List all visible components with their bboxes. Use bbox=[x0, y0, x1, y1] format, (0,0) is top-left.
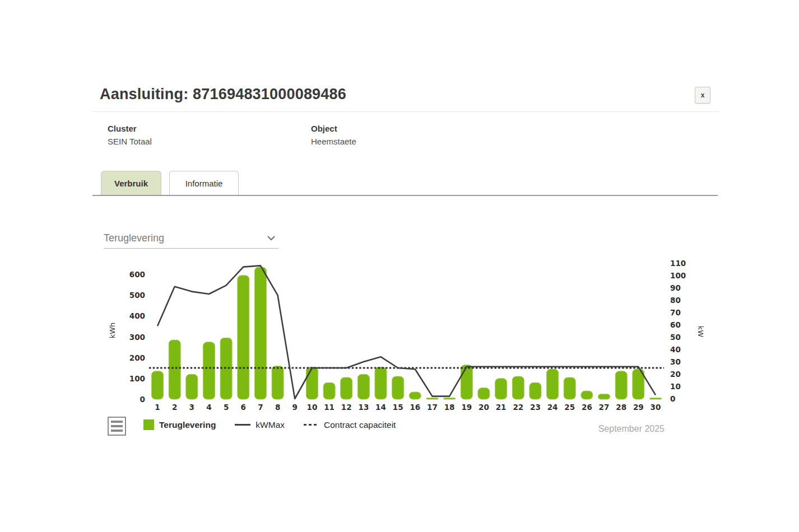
left-axis-tick: 300 bbox=[129, 333, 145, 342]
tab-verbruik[interactable]: Verbruik bbox=[101, 171, 161, 195]
bar-day-16[interactable] bbox=[409, 392, 421, 399]
bar-day-24[interactable] bbox=[547, 369, 559, 399]
x-axis-label: 26 bbox=[582, 403, 592, 412]
bar-day-14[interactable] bbox=[375, 367, 387, 399]
x-axis-label: 22 bbox=[513, 403, 523, 412]
right-axis-tick: 100 bbox=[670, 271, 686, 280]
x-axis-label: 23 bbox=[530, 403, 541, 412]
bar-day-2[interactable] bbox=[169, 340, 180, 399]
x-axis-label: 20 bbox=[479, 403, 489, 412]
left-axis-tick: 0 bbox=[140, 395, 145, 404]
bar-day-26[interactable] bbox=[581, 391, 593, 399]
measure-select[interactable]: Teruglevering bbox=[104, 228, 278, 249]
left-axis-tick: 100 bbox=[129, 374, 145, 383]
bar-day-23[interactable] bbox=[529, 382, 541, 399]
x-axis-label: 6 bbox=[241, 403, 246, 412]
title-divider bbox=[92, 111, 719, 112]
x-axis-label: 30 bbox=[651, 403, 661, 412]
x-axis-label: 17 bbox=[427, 403, 438, 412]
left-axis-tick: 500 bbox=[129, 291, 145, 300]
x-axis-label: 29 bbox=[633, 403, 644, 412]
right-axis-title: kW bbox=[696, 326, 705, 338]
x-axis-label: 11 bbox=[324, 403, 335, 412]
bar-day-12[interactable] bbox=[341, 377, 352, 399]
legend-item-teruglevering[interactable]: Teruglevering bbox=[143, 419, 216, 430]
bar-day-4[interactable] bbox=[203, 342, 215, 399]
tabs-divider bbox=[92, 195, 718, 196]
x-axis-label: 12 bbox=[341, 403, 352, 412]
bar-day-25[interactable] bbox=[564, 377, 575, 399]
right-axis-tick: 80 bbox=[670, 296, 681, 305]
bar-day-8[interactable] bbox=[272, 366, 284, 400]
aansluiting-dialog: Aansluiting: 871694831000089486 x Cluste… bbox=[0, 0, 799, 532]
bar-day-22[interactable] bbox=[512, 376, 524, 399]
bar-day-11[interactable] bbox=[323, 382, 335, 399]
verbruik-chart: 1234567891011121314151617181920212223242… bbox=[98, 255, 720, 440]
object-value: Heemstaete bbox=[311, 137, 356, 146]
right-axis-tick: 20 bbox=[670, 370, 681, 379]
bar-day-15[interactable] bbox=[392, 376, 404, 399]
right-axis-tick: 50 bbox=[670, 333, 681, 342]
bar-day-17[interactable] bbox=[426, 398, 438, 400]
cluster-value: SEIN Totaal bbox=[108, 137, 152, 146]
bar-day-19[interactable] bbox=[461, 365, 472, 399]
bar-day-13[interactable] bbox=[357, 374, 369, 399]
right-axis-tick: 10 bbox=[670, 382, 681, 391]
x-axis-label: 28 bbox=[616, 403, 626, 412]
bar-day-1[interactable] bbox=[152, 371, 164, 399]
chart-legend: Teruglevering kWMax Contract capaciteit bbox=[143, 419, 396, 430]
legend-label-kwmax: kWMax bbox=[256, 420, 285, 430]
bar-day-7[interactable] bbox=[254, 267, 266, 399]
x-axis-label: 7 bbox=[258, 403, 263, 412]
x-axis-label: 16 bbox=[410, 403, 420, 412]
measure-select-value: Teruglevering bbox=[104, 232, 164, 244]
x-axis-label: 3 bbox=[189, 403, 194, 412]
menu-line bbox=[111, 425, 123, 427]
x-axis-label: 9 bbox=[292, 403, 297, 412]
left-axis-title: kWh bbox=[108, 323, 117, 339]
bar-day-20[interactable] bbox=[478, 388, 490, 399]
x-axis-label: 18 bbox=[444, 403, 455, 412]
legend-item-contract[interactable]: Contract capaciteit bbox=[304, 420, 396, 430]
bar-day-30[interactable] bbox=[650, 398, 662, 400]
right-axis-tick: 70 bbox=[670, 308, 681, 317]
chart-menu-button[interactable] bbox=[108, 417, 126, 436]
left-axis-tick: 200 bbox=[129, 353, 145, 362]
bar-day-3[interactable] bbox=[186, 374, 198, 399]
x-axis-label: 27 bbox=[599, 403, 610, 412]
right-axis-tick: 60 bbox=[670, 320, 681, 329]
right-axis-tick: 30 bbox=[670, 357, 681, 366]
bar-swatch-icon bbox=[143, 419, 154, 430]
x-axis-label: 8 bbox=[275, 403, 280, 412]
x-axis-label: 10 bbox=[307, 403, 318, 412]
menu-line bbox=[111, 421, 123, 423]
bar-day-27[interactable] bbox=[598, 394, 610, 399]
left-axis-tick: 400 bbox=[129, 311, 145, 320]
legend-label-teruglevering: Teruglevering bbox=[159, 420, 216, 430]
tab-informatie[interactable]: Informatie bbox=[169, 171, 239, 195]
bar-day-18[interactable] bbox=[444, 398, 456, 400]
x-axis-label: 13 bbox=[359, 403, 369, 412]
x-axis-label: 24 bbox=[547, 403, 558, 412]
bar-day-6[interactable] bbox=[238, 276, 249, 399]
x-axis-label: 21 bbox=[496, 403, 507, 412]
x-axis-label: 5 bbox=[224, 403, 229, 412]
object-detail: Object Heemstaete bbox=[311, 124, 356, 146]
chevron-down-icon bbox=[267, 236, 275, 241]
object-label: Object bbox=[311, 124, 356, 133]
right-axis-tick: 40 bbox=[670, 345, 681, 354]
menu-line bbox=[111, 430, 123, 432]
right-axis-tick: 90 bbox=[670, 283, 681, 292]
left-axis-tick: 600 bbox=[129, 270, 145, 279]
x-axis-label: 2 bbox=[172, 403, 177, 412]
x-axis-label: 4 bbox=[206, 403, 211, 412]
close-button[interactable]: x bbox=[695, 87, 710, 104]
x-axis-label: 19 bbox=[461, 403, 472, 412]
legend-label-contract: Contract capaciteit bbox=[324, 420, 396, 430]
legend-item-kwmax[interactable]: kWMax bbox=[235, 420, 285, 430]
cluster-label: Cluster bbox=[108, 124, 152, 133]
bar-day-21[interactable] bbox=[495, 379, 507, 399]
bar-day-28[interactable] bbox=[615, 371, 627, 399]
x-axis-label: 15 bbox=[393, 403, 403, 412]
bar-day-10[interactable] bbox=[306, 367, 318, 399]
